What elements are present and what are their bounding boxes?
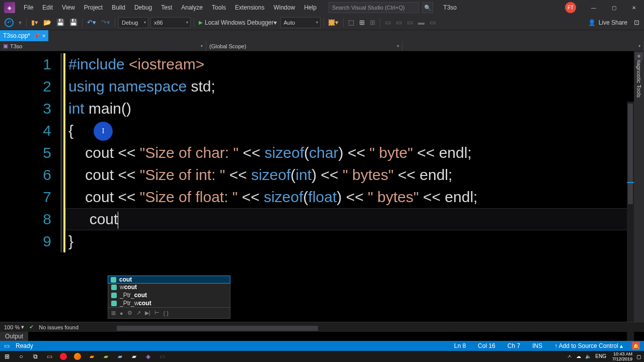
app-icon-3[interactable]: ▰ bbox=[127, 351, 141, 362]
toolbox-icon-2[interactable]: ⬚ bbox=[346, 17, 357, 28]
scrollbar-thumb[interactable] bbox=[628, 104, 633, 204]
no-issues-label[interactable]: No issues found bbox=[39, 324, 78, 330]
app-icon-4[interactable]: ▭ bbox=[155, 351, 169, 362]
menu-file[interactable]: File bbox=[19, 0, 38, 15]
nav-fwd-button[interactable]: ▾ bbox=[16, 17, 24, 28]
outline-margin[interactable] bbox=[60, 53, 62, 252]
menu-edit[interactable]: Edit bbox=[38, 0, 57, 15]
new-project-icon[interactable]: ▮▾ bbox=[29, 17, 41, 28]
filter-icon[interactable]: ▶| bbox=[145, 310, 150, 316]
tray-icon[interactable]: ㅅ bbox=[567, 353, 572, 359]
document-tab-bar: T3so.cpp* 📌 × bbox=[0, 30, 644, 41]
add-tool-icon[interactable]: + bbox=[635, 52, 643, 60]
code-line: cout << "Size of float: " << sizeof(floa… bbox=[65, 186, 644, 208]
maximize-button[interactable]: ▢ bbox=[604, 0, 624, 15]
minimize-button[interactable]: — bbox=[584, 0, 604, 15]
platform-select[interactable]: x86 bbox=[150, 17, 191, 28]
menu-window[interactable]: Window bbox=[269, 0, 300, 15]
add-source-control[interactable]: ↑ Add to Source Control ▴ bbox=[548, 342, 629, 349]
member-select[interactable] bbox=[403, 41, 644, 51]
completion-kind-icon bbox=[111, 293, 117, 298]
diagnostic-tools-tab[interactable]: Diagnostic Tools bbox=[636, 54, 642, 98]
user-avatar[interactable]: FT bbox=[565, 2, 576, 13]
filter-icon[interactable]: ⊞ bbox=[111, 310, 116, 316]
system-clock[interactable]: 10:43 AM 7/12/2019 bbox=[612, 351, 632, 361]
start-debug-button[interactable]: ▶Local Windows Debugger ▾ bbox=[196, 17, 279, 28]
toolbox-icon-4[interactable]: ⊞ bbox=[367, 17, 378, 28]
menu-tools[interactable]: Tools bbox=[207, 0, 230, 15]
search-input[interactable]: Search Visual Studio (Ctrl+Q) bbox=[329, 2, 419, 13]
task-view-icon[interactable]: ⧉ bbox=[28, 351, 42, 362]
tray-icon[interactable]: ENG bbox=[595, 353, 606, 359]
firefox-icon[interactable] bbox=[70, 351, 85, 362]
notifications-icon[interactable]: 🔔 bbox=[632, 342, 640, 350]
status-col[interactable]: Col 16 bbox=[472, 342, 502, 349]
zoom-control[interactable]: 100 % ▾ bbox=[4, 324, 24, 330]
windows-taskbar[interactable]: ⊞ ○ ⧉ ▭ ▰ ▰ ▰ ▰ ◈ ▭ ㅅ☁🔈ENG 10:43 AM 7/12… bbox=[0, 351, 644, 362]
search-icon[interactable]: 🔍 bbox=[422, 2, 433, 13]
menu-help[interactable]: Help bbox=[299, 0, 321, 15]
menu-extensions[interactable]: Extensions bbox=[230, 0, 269, 15]
save-all-icon[interactable]: 💾 bbox=[67, 17, 80, 28]
app-icon-1[interactable]: ▰ bbox=[99, 351, 113, 362]
search-taskbar-icon[interactable]: ○ bbox=[14, 351, 28, 362]
start-button[interactable]: ⊞ bbox=[0, 351, 14, 362]
toolbox-icon-5[interactable]: ▭ bbox=[382, 17, 393, 28]
live-share-button[interactable]: 👤Live Share bbox=[584, 19, 631, 26]
right-tool-rail[interactable]: + Diagnostic Tools bbox=[634, 51, 644, 332]
project-scope-select[interactable]: ▣T3so bbox=[0, 41, 206, 51]
feedback-icon[interactable]: ⊡ bbox=[631, 17, 642, 28]
status-ch[interactable]: Ch 7 bbox=[502, 342, 526, 349]
intellisense-footer[interactable]: ⊞●⚙↗▶|⊢{ } bbox=[108, 307, 230, 318]
redo-icon[interactable]: ↷▾ bbox=[99, 17, 113, 28]
tray-icon[interactable]: 🔈 bbox=[585, 353, 591, 359]
filter-icon[interactable]: ⚙ bbox=[127, 310, 132, 316]
intellisense-item[interactable]: wcout bbox=[108, 283, 230, 291]
toolbox-icon-6[interactable]: ▭ bbox=[393, 17, 405, 28]
filter-icon[interactable]: ⊢ bbox=[154, 310, 159, 316]
status-ins[interactable]: INS bbox=[526, 342, 548, 349]
window-mgmt-icon[interactable]: ▭ bbox=[4, 342, 10, 349]
nav-back-button[interactable]: ↶ bbox=[2, 17, 16, 28]
vs-taskbar-icon[interactable]: ◈ bbox=[141, 351, 155, 362]
explorer-icon[interactable]: ▭ bbox=[42, 351, 56, 362]
toolbox-icon-9[interactable]: ▭ bbox=[427, 17, 438, 28]
intellisense-item[interactable]: cout bbox=[108, 276, 230, 284]
output-panel-tab[interactable]: Output bbox=[0, 332, 28, 341]
filter-icon[interactable]: ↗ bbox=[136, 310, 141, 316]
scope-select[interactable]: (Global Scope) bbox=[206, 41, 403, 51]
toolbox-icon-7[interactable]: ▭ bbox=[405, 17, 416, 28]
tab-close-icon[interactable]: × bbox=[42, 33, 45, 39]
intellisense-item[interactable]: _Ptr_cout bbox=[108, 291, 230, 299]
intellisense-popup[interactable]: coutwcout_Ptr_cout_Ptr_wcout ⊞●⚙↗▶|⊢{ } bbox=[108, 276, 230, 319]
menu-analyze[interactable]: Analyze bbox=[177, 0, 207, 15]
code-editor[interactable]: 1 2 3 4 5 6 7 8 9 #include <iostream> us… bbox=[0, 51, 644, 332]
menu-view[interactable]: View bbox=[57, 0, 79, 15]
tab-t3so-cpp[interactable]: T3so.cpp* 📌 × bbox=[0, 30, 48, 41]
toolbox-icon-3[interactable]: ⊞ bbox=[357, 17, 367, 28]
open-icon[interactable]: 📂 bbox=[41, 17, 54, 28]
sublime-icon[interactable]: ▰ bbox=[85, 351, 99, 362]
hscroll-thumb[interactable] bbox=[117, 326, 318, 331]
action-center-icon[interactable]: ▢ bbox=[636, 354, 641, 359]
intellisense-item[interactable]: _Ptr_wcout bbox=[108, 299, 230, 307]
config-select[interactable]: Debug bbox=[118, 17, 148, 28]
filter-icon[interactable]: { } bbox=[164, 310, 169, 316]
close-button[interactable]: ✕ bbox=[624, 0, 644, 15]
menu-project[interactable]: Project bbox=[79, 0, 107, 15]
debug-mode-select[interactable]: Auto bbox=[280, 17, 320, 28]
tray-icon[interactable]: ☁ bbox=[576, 353, 581, 359]
app-icon-2[interactable]: ▰ bbox=[113, 351, 127, 362]
menu-test[interactable]: Test bbox=[156, 0, 177, 15]
toolbox-icon-1[interactable]: 🞿▾ bbox=[326, 17, 341, 28]
undo-icon[interactable]: ↶▾ bbox=[85, 17, 99, 28]
horizontal-scrollbar[interactable] bbox=[116, 325, 629, 332]
pin-icon[interactable]: 📌 bbox=[33, 33, 39, 39]
menu-build[interactable]: Build bbox=[107, 0, 130, 15]
filter-icon[interactable]: ● bbox=[120, 310, 123, 316]
status-ln[interactable]: Ln 8 bbox=[448, 342, 471, 349]
save-icon[interactable]: 💾 bbox=[54, 17, 67, 28]
menu-debug[interactable]: Debug bbox=[130, 0, 156, 15]
opera-icon[interactable] bbox=[56, 351, 70, 362]
toolbox-icon-8[interactable]: ▬ bbox=[416, 17, 427, 28]
